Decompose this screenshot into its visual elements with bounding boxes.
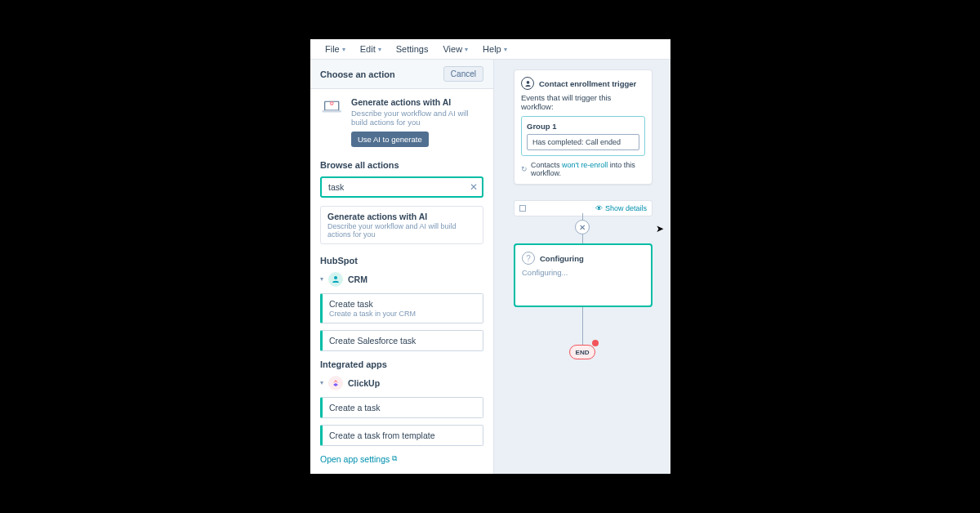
connector-line: [582, 307, 583, 345]
group-clickup[interactable]: ▾ ClickUp: [310, 372, 493, 394]
contact-icon: [521, 77, 534, 90]
generate-ai-result-card[interactable]: Generate actions with AI Describe your w…: [320, 206, 483, 244]
chevron-down-icon: ▾: [320, 379, 323, 386]
chevron-down-icon: ▾: [504, 46, 507, 53]
panel-header: Choose an action Cancel: [310, 60, 493, 89]
use-ai-button[interactable]: Use AI to generate: [351, 132, 429, 147]
app-window: File▾ Edit▾ Settings View▾ Help▾ Choose …: [310, 39, 670, 474]
trigger-condition[interactable]: Has completed: Call ended: [527, 134, 639, 150]
chevron-down-icon: ▾: [342, 46, 345, 53]
hubspot-label: HubSpot: [310, 251, 493, 269]
open-app-settings-link[interactable]: Open app settings ⧉: [310, 449, 493, 471]
external-link-icon: ⧉: [392, 454, 397, 463]
enrollment-note: ↻ Contacts won't re-enroll into this wor…: [521, 161, 645, 177]
end-node[interactable]: END: [569, 345, 595, 359]
trigger-title: Contact enrollment trigger: [539, 79, 636, 88]
clickup-icon: [328, 376, 343, 390]
browse-label: Browse all actions: [310, 155, 493, 173]
menubar: File▾ Edit▾ Settings View▾ Help▾: [310, 39, 670, 60]
svg-rect-1: [323, 110, 341, 112]
config-body: Configuring...: [522, 268, 644, 277]
details-row: 👁 Show details: [514, 200, 653, 216]
group-label: Group 1: [527, 122, 639, 131]
chevron-down-icon: ▾: [320, 275, 323, 283]
question-icon: ?: [522, 252, 535, 265]
action-create-salesforce-task[interactable]: Create Salesforce task: [320, 330, 483, 351]
action-create-task[interactable]: Create task Create a task in your CRM: [320, 293, 483, 323]
cursor-icon: ➤: [656, 223, 664, 234]
menu-settings[interactable]: Settings: [396, 44, 429, 54]
menu-help[interactable]: Help▾: [483, 44, 507, 54]
menu-edit[interactable]: Edit▾: [360, 44, 381, 54]
workflow-canvas[interactable]: Contact enrollment trigger Events that w…: [494, 60, 670, 474]
refresh-icon: ↻: [521, 165, 528, 173]
config-title: Configuring: [540, 254, 584, 263]
configuring-card[interactable]: ? Configuring Configuring...: [514, 243, 653, 307]
end-alert-badge: [592, 340, 599, 346]
laptop-ai-icon: [320, 97, 345, 118]
search-input[interactable]: [320, 176, 483, 198]
search-wrap: ✕: [320, 176, 483, 198]
show-details-link[interactable]: 👁 Show details: [595, 204, 647, 212]
trigger-desc: Events that will trigger this workflow:: [521, 93, 645, 111]
menu-file[interactable]: File▾: [325, 44, 345, 54]
group-crm[interactable]: ▾ CRM: [310, 269, 493, 290]
panel-title: Choose an action: [320, 69, 395, 79]
clear-search-icon[interactable]: ✕: [469, 182, 479, 192]
checkbox[interactable]: [519, 205, 526, 212]
delete-node-button[interactable]: ✕: [575, 220, 590, 234]
action-panel: Choose an action Cancel Generate actions…: [310, 60, 494, 474]
ai-generate-card: Generate actions with AI Describe your w…: [320, 97, 483, 147]
ai-desc: Describe your workflow and AI will build…: [351, 109, 483, 127]
trigger-group: Group 1 Has completed: Call ended: [521, 116, 645, 156]
svg-point-3: [334, 276, 337, 279]
cancel-button[interactable]: Cancel: [443, 66, 483, 82]
chevron-down-icon: ▾: [378, 46, 381, 53]
reenroll-link[interactable]: won't re-enroll: [562, 161, 608, 169]
trigger-card[interactable]: Contact enrollment trigger Events that w…: [514, 69, 653, 185]
apps-label: Apps: [310, 471, 493, 474]
integrated-label: Integrated apps: [310, 355, 493, 372]
chevron-down-icon: ▾: [465, 46, 468, 53]
eye-icon: 👁: [595, 204, 603, 212]
menu-view[interactable]: View▾: [443, 44, 468, 54]
action-clickup-create-task[interactable]: Create a task: [320, 397, 483, 418]
svg-point-4: [526, 81, 529, 84]
crm-icon: [328, 272, 343, 287]
action-clickup-create-task-template[interactable]: Create a task from template: [320, 425, 483, 446]
ai-title: Generate actions with AI: [351, 97, 483, 107]
